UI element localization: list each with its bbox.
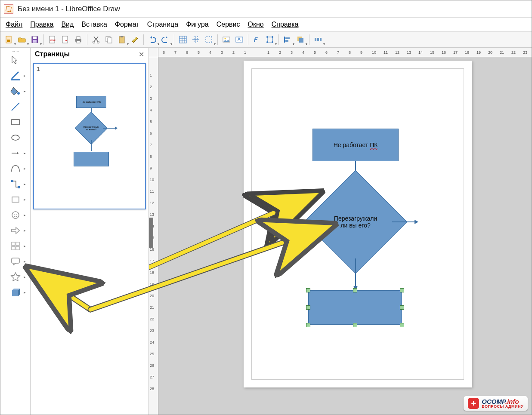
ruler-tick: 26 <box>150 363 154 368</box>
ruler-tick: 3 <box>150 96 152 101</box>
curve-tool[interactable]: ▸ <box>3 161 28 176</box>
connector-tool[interactable]: ▸ <box>3 177 28 191</box>
snap-button[interactable] <box>190 34 202 46</box>
close-pages-panel-icon[interactable]: ✕ <box>139 50 144 58</box>
app-icon <box>4 4 13 14</box>
ruler-tick: 9 <box>360 50 362 55</box>
redo-button[interactable] <box>159 34 171 46</box>
stars-tool[interactable]: ▸ <box>3 270 28 284</box>
svg-point-49 <box>12 135 19 140</box>
horizontal-ruler[interactable]: 8765432112345678910111213141516171819202… <box>158 48 532 57</box>
new-doc-button[interactable] <box>3 34 15 46</box>
flowchart-arrow-right[interactable] <box>392 221 418 222</box>
line-tool[interactable] <box>3 99 28 114</box>
flowchart-box-2[interactable] <box>308 290 402 325</box>
svg-rect-1 <box>7 40 10 42</box>
pages-panel-title: Страницы <box>35 50 70 58</box>
align-button[interactable] <box>281 34 294 46</box>
menu-shape[interactable]: Фигура <box>186 21 209 28</box>
ruler-tick: 23 <box>150 329 154 333</box>
menu-view[interactable]: Вид <box>61 21 74 28</box>
selection-handle[interactable] <box>306 288 310 292</box>
insert-image-button[interactable] <box>220 34 232 46</box>
selection-handle[interactable] <box>306 305 310 310</box>
svg-point-46 <box>17 92 20 95</box>
svg-rect-10 <box>77 41 80 43</box>
paste-button[interactable] <box>116 34 128 46</box>
cut-button[interactable] <box>90 34 102 46</box>
selection-handle[interactable] <box>400 288 404 292</box>
ruler-tick: 18 <box>150 271 154 275</box>
svg-rect-61 <box>12 258 19 263</box>
transform-button[interactable] <box>264 34 276 46</box>
ruler-tick: 24 <box>150 340 154 344</box>
ruler-tick: 8 <box>163 50 165 55</box>
clone-format-button[interactable] <box>129 34 141 46</box>
selection-handle[interactable] <box>400 305 404 310</box>
open-button[interactable] <box>16 34 28 46</box>
select-tool[interactable] <box>3 53 28 68</box>
undo-button[interactable] <box>146 34 158 46</box>
fontwork-button[interactable]: F <box>251 34 263 46</box>
menu-edit[interactable]: Правка <box>30 21 53 28</box>
guides-button[interactable] <box>203 34 215 46</box>
ruler-tick: 4 <box>302 50 304 55</box>
ruler-tick: 21 <box>150 305 154 310</box>
grid-button[interactable] <box>177 34 189 46</box>
selection-handle[interactable] <box>306 323 310 327</box>
flowchart-diamond[interactable]: Перезагружали ли вы его? <box>319 185 392 258</box>
copy-button[interactable] <box>103 34 115 46</box>
symbol-shapes-tool[interactable]: ▸ <box>3 208 28 222</box>
selection-handle[interactable] <box>400 323 404 327</box>
arrange-button[interactable] <box>294 34 306 46</box>
block-arrows-tool[interactable]: ▸ <box>3 223 28 238</box>
svg-rect-39 <box>285 40 288 42</box>
svg-rect-41 <box>299 38 303 43</box>
canvas-area[interactable]: 8765432112345678910111213141516171819202… <box>149 48 532 415</box>
menu-page[interactable]: Страница <box>147 21 179 28</box>
ruler-tick: 7 <box>174 50 176 55</box>
3d-tool[interactable]: ▸ <box>3 285 28 300</box>
selection-handle[interactable] <box>353 323 357 327</box>
svg-rect-3 <box>33 37 37 39</box>
ruler-tick: 17 <box>453 50 458 55</box>
flowchart-diamond-text: Перезагружали ли вы его? <box>319 185 392 258</box>
save-button[interactable] <box>29 34 41 46</box>
fill-tool[interactable]: ▸ <box>3 84 28 98</box>
text-box-button[interactable]: A <box>233 34 245 46</box>
flowchart-box-1[interactable]: Не работает ПК <box>312 129 399 161</box>
menu-insert[interactable]: Вставка <box>81 21 107 28</box>
selection-handle[interactable] <box>353 288 357 292</box>
ellipse-tool[interactable] <box>3 130 28 145</box>
flowchart-tool[interactable]: ▸ <box>3 239 28 253</box>
workspace: ⋯⋯ ▸ ▸ ▸ ▸ ▸ ▸ ▸ ▸ ▸ ▸ ▸ ▸ Страницы ✕ 1 … <box>0 48 532 415</box>
separator <box>309 34 309 45</box>
svg-rect-62 <box>12 290 18 296</box>
svg-rect-45 <box>11 79 20 80</box>
basic-shapes-tool[interactable]: ▸ <box>3 192 28 207</box>
page-canvas[interactable]: Не работает ПК Перезагружали ли вы его? <box>244 61 472 387</box>
print-button[interactable] <box>72 34 84 46</box>
line-color-tool[interactable]: ▸ <box>3 68 28 83</box>
distribute-button[interactable] <box>312 34 324 46</box>
svg-point-54 <box>12 212 19 218</box>
svg-text:F: F <box>254 36 258 43</box>
ruler-tick: 2 <box>150 85 152 89</box>
export-pdf-button[interactable]: PDF <box>46 34 59 46</box>
menu-window[interactable]: Окно <box>248 21 264 28</box>
rectangle-tool[interactable] <box>3 115 28 129</box>
palette-handle[interactable]: ⋯⋯ <box>7 49 24 52</box>
watermark-text-2: ВОПРОСЫ АДМИНУ <box>482 405 523 409</box>
menu-tools[interactable]: Сервис <box>217 21 240 28</box>
menu-help[interactable]: Справка <box>272 21 299 28</box>
callout-tool[interactable]: ▸ <box>3 254 28 269</box>
menu-format[interactable]: Формат <box>115 21 139 28</box>
arrow-line-tool[interactable]: ▸ <box>3 146 28 160</box>
export-button[interactable] <box>59 34 71 46</box>
ruler-collapse-handle[interactable] <box>149 218 153 248</box>
flowchart-arrow-2[interactable] <box>355 258 356 289</box>
menu-file[interactable]: Файл <box>6 21 22 28</box>
svg-rect-57 <box>12 242 15 246</box>
page-thumbnail-1[interactable]: 1 Не работает ПК Перезагружали ли вы его… <box>33 63 146 209</box>
ruler-tick: 22 <box>150 317 154 321</box>
